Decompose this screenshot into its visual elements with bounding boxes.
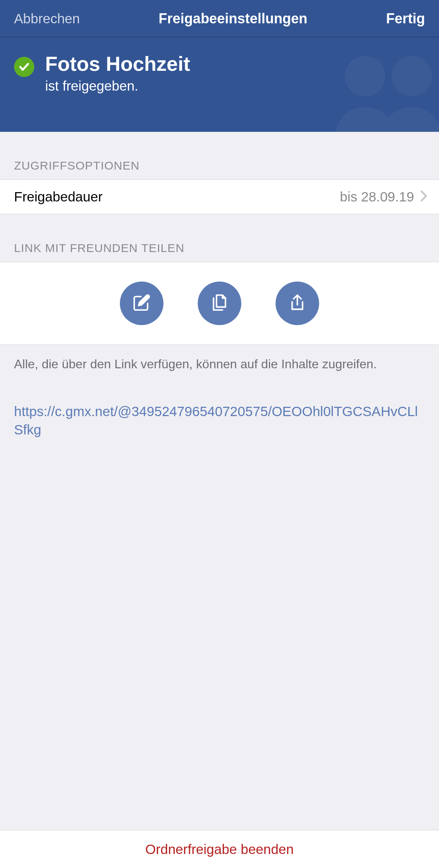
done-button[interactable]: Fertig [386, 10, 425, 27]
stop-sharing-label: Ordnerfreigabe beenden [145, 842, 293, 857]
share-url[interactable]: https://c.gmx.net/@349524796540720575/OE… [0, 383, 439, 458]
share-actions-panel [0, 262, 439, 345]
folder-name: Fotos Hochzeit [45, 53, 190, 75]
chevron-right-icon [420, 190, 427, 203]
share-button[interactable] [276, 282, 319, 325]
share-duration-row[interactable]: Freigabedauer bis 28.09.19 [0, 179, 439, 214]
share-link-header: LINK MIT FREUNDEN TEILEN [0, 214, 439, 262]
copy-button[interactable] [198, 282, 241, 325]
share-status-hero: Fotos Hochzeit ist freigegeben. [0, 37, 439, 132]
compose-icon [133, 294, 151, 313]
stop-sharing-button[interactable]: Ordnerfreigabe beenden [0, 830, 439, 868]
compose-button[interactable] [120, 282, 163, 325]
share-status-text: ist freigegeben. [45, 78, 190, 94]
share-icon [288, 294, 306, 313]
cancel-button[interactable]: Abbrechen [14, 11, 80, 26]
check-circle-icon [14, 57, 34, 77]
copy-icon [211, 294, 228, 313]
navbar: Abbrechen Freigabeeinstellungen Fertig [0, 0, 439, 37]
share-info-text: Alle, die über den Link verfügen, können… [0, 345, 439, 383]
share-duration-value: bis 28.09.19 [340, 189, 414, 205]
access-options-header: ZUGRIFFSOPTIONEN [0, 132, 439, 179]
share-duration-label: Freigabedauer [14, 189, 103, 205]
page-title: Freigabeeinstellungen [159, 10, 307, 27]
